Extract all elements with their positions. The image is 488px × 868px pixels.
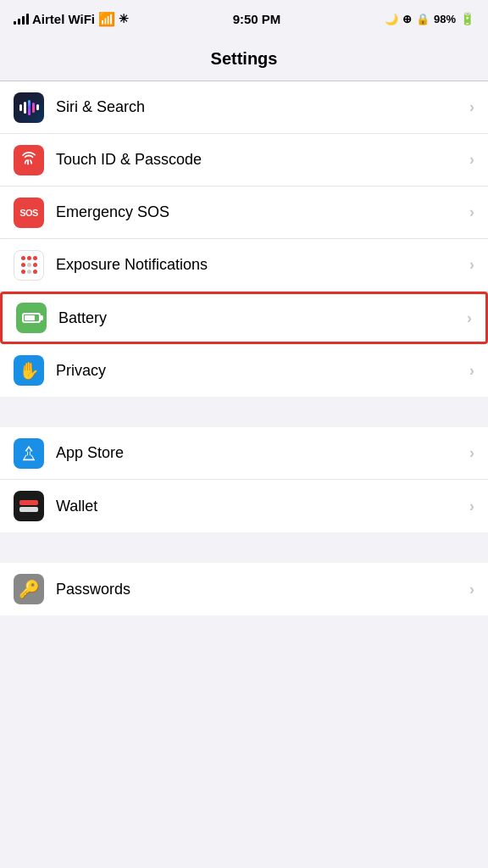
appstore-label: App Store <box>56 444 469 462</box>
sos-chevron: › <box>469 203 474 221</box>
navigation-bar: Settings <box>0 37 488 81</box>
sos-label: Emergency SOS <box>56 203 469 221</box>
exposure-label: Exposure Notifications <box>56 256 469 274</box>
battery-chevron: › <box>467 309 472 327</box>
privacy-icon: ✋ <box>14 355 44 386</box>
siri-chevron: › <box>469 98 474 116</box>
settings-item-exposure[interactable]: Exposure Notifications › <box>0 239 488 292</box>
battery-percentage: 98% <box>434 13 456 25</box>
passwords-label: Passwords <box>56 581 469 598</box>
passwords-icon: 🔑 <box>14 574 44 604</box>
appstore-icon <box>14 438 44 469</box>
settings-section-1: Siri & Search › Touch ID & Passcode › SO… <box>0 81 488 397</box>
alarm-icon: ⊕ <box>402 13 412 25</box>
sos-icon: SOS <box>14 198 44 228</box>
settings-item-privacy[interactable]: ✋ Privacy › <box>0 344 488 397</box>
exposure-dots <box>19 256 38 275</box>
privacy-chevron: › <box>469 362 474 380</box>
status-bar: Airtel WiFi 📶 ✳ 9:50 PM 🌙 ⊕ 🔒 98% 🔋 <box>0 0 488 37</box>
settings-item-passwords[interactable]: 🔑 Passwords › <box>0 563 488 615</box>
wifi-icon: 📶 <box>98 11 115 27</box>
exposure-chevron: › <box>469 256 474 274</box>
settings-item-appstore[interactable]: App Store › <box>0 427 488 480</box>
siri-icon <box>14 92 44 123</box>
brightness-icon: ✳ <box>119 12 129 25</box>
siri-wave <box>19 100 39 115</box>
signal-icon <box>14 14 29 25</box>
settings-item-siri[interactable]: Siri & Search › <box>0 81 488 134</box>
status-left: Airtel WiFi 📶 ✳ <box>14 11 129 27</box>
touchid-chevron: › <box>469 151 474 169</box>
status-right: 🌙 ⊕ 🔒 98% 🔋 <box>385 12 474 25</box>
wallet-chevron: › <box>469 498 474 515</box>
page-title: Settings <box>211 49 278 69</box>
privacy-label: Privacy <box>56 362 469 380</box>
settings-section-2: App Store › Wallet › <box>0 427 488 532</box>
appstore-chevron: › <box>469 444 474 462</box>
settings-item-touchid[interactable]: Touch ID & Passcode › <box>0 134 488 186</box>
moon-icon: 🌙 <box>385 13 398 25</box>
exposure-icon <box>14 250 44 281</box>
battery-icon: 🔋 <box>460 12 474 25</box>
battery-list-icon <box>16 303 47 333</box>
battery-label: Battery <box>58 309 467 327</box>
settings-item-sos[interactable]: SOS Emergency SOS › <box>0 186 488 239</box>
status-time: 9:50 PM <box>233 12 281 26</box>
carrier-label: Airtel WiFi <box>32 12 95 26</box>
touchid-label: Touch ID & Passcode <box>56 151 469 169</box>
settings-item-battery[interactable]: Battery › <box>0 292 488 344</box>
siri-label: Siri & Search <box>56 98 469 116</box>
settings-item-wallet[interactable]: Wallet › <box>0 480 488 532</box>
settings-section-3: 🔑 Passwords › <box>0 563 488 615</box>
passwords-chevron: › <box>469 581 474 598</box>
lock-icon: 🔒 <box>416 13 430 25</box>
wallet-label: Wallet <box>56 498 469 515</box>
wallet-icon <box>14 491 44 521</box>
fingerprint-svg <box>19 151 38 170</box>
touchid-icon <box>14 145 44 175</box>
